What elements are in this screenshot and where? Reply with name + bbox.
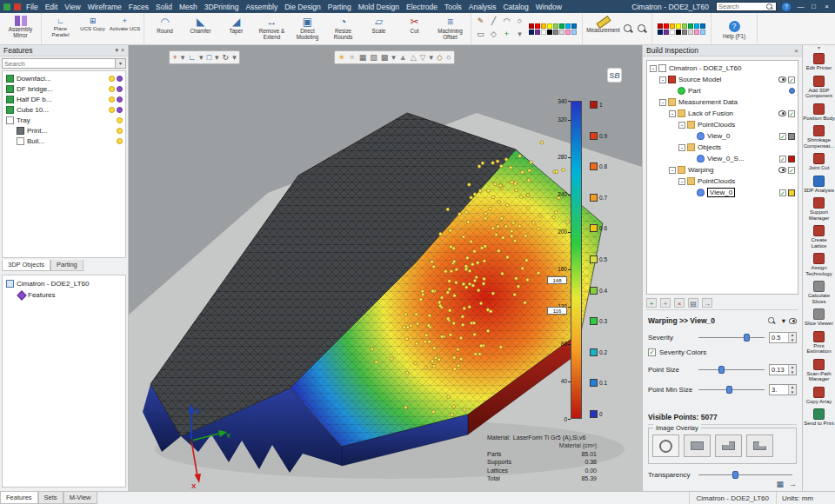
bulb-icon[interactable] bbox=[117, 117, 123, 123]
point-size-slider[interactable] bbox=[698, 365, 765, 375]
palette-color-10[interactable] bbox=[670, 30, 675, 35]
panel-close-icon[interactable]: × bbox=[121, 47, 124, 54]
left-tree-item-half-df-b[interactable]: Half DF b... bbox=[3, 94, 125, 104]
tab-parting[interactable]: Parting bbox=[50, 260, 84, 271]
palette-color-15[interactable] bbox=[700, 30, 705, 35]
bi-node-objects-7[interactable]: -Objects bbox=[647, 142, 798, 153]
palette-color-7[interactable] bbox=[571, 23, 577, 29]
chevron-down-icon[interactable]: ▾ bbox=[391, 51, 397, 63]
tool-assign-technology[interactable]: Assign Technology bbox=[803, 251, 835, 279]
checkbox-icon[interactable]: ✓ bbox=[779, 133, 786, 140]
palette-color-1[interactable] bbox=[535, 23, 540, 29]
palette-color-13[interactable] bbox=[559, 30, 564, 35]
palette-color-11[interactable] bbox=[676, 30, 681, 35]
mesh-mode-icon[interactable]: ▩ bbox=[379, 51, 390, 63]
bulb-on-icon[interactable]: ☀ bbox=[337, 51, 346, 63]
menu-edit[interactable]: Edit bbox=[42, 0, 62, 13]
chevron-down-icon[interactable]: ▾ bbox=[214, 51, 221, 63]
overlay-option-step[interactable] bbox=[715, 434, 742, 457]
bottom-tab-features[interactable]: Features bbox=[0, 492, 38, 504]
bulb-icon[interactable] bbox=[109, 76, 115, 82]
severity-chip[interactable] bbox=[590, 317, 598, 325]
palette-color-6[interactable] bbox=[694, 23, 699, 29]
bulb-off-icon[interactable]: ☀ bbox=[347, 51, 357, 63]
menu-parting[interactable]: Parting bbox=[324, 0, 355, 13]
chevron-up-icon[interactable]: ▾ bbox=[803, 45, 835, 51]
chevron-down-icon[interactable]: ▾ bbox=[179, 51, 186, 63]
bulb-icon[interactable] bbox=[109, 86, 115, 92]
tool-add-3dp-component[interactable]: Add 3DP Component bbox=[803, 74, 835, 102]
tool-edit-printer[interactable]: Edit Printer bbox=[803, 51, 835, 74]
points-icon[interactable]: ○ bbox=[444, 51, 451, 63]
menu-assembly[interactable]: Assembly bbox=[242, 0, 281, 13]
shaded-mode-icon[interactable]: ▦ bbox=[357, 51, 368, 63]
spin-down-icon[interactable]: ▼ bbox=[789, 338, 796, 343]
menu-catalog[interactable]: Catalog bbox=[499, 0, 531, 13]
palette-color-0[interactable] bbox=[529, 23, 534, 29]
bi-node-view-0-6[interactable]: View_0✓ bbox=[647, 130, 798, 142]
severity-chip[interactable] bbox=[590, 348, 598, 356]
palette-color-7[interactable] bbox=[700, 23, 705, 29]
sketch-tool-icon[interactable]: ◇ bbox=[488, 29, 499, 40]
color-swatch[interactable] bbox=[788, 156, 795, 162]
plane-icon[interactable]: □ bbox=[205, 51, 212, 63]
sketch-tool-icon[interactable]: ✎ bbox=[475, 16, 486, 27]
tool-create-lattice[interactable]: Create Lattice bbox=[803, 223, 835, 251]
palette-color-2[interactable] bbox=[541, 23, 546, 29]
severity-chip[interactable] bbox=[590, 410, 598, 418]
slider-thumb[interactable] bbox=[744, 334, 750, 342]
tool-position-body[interactable]: Position Body bbox=[803, 102, 835, 124]
measure-tool-icon[interactable]: + bbox=[646, 298, 657, 308]
feature-state-icon[interactable] bbox=[117, 107, 123, 113]
severity-chip[interactable] bbox=[590, 255, 598, 263]
color-swatch[interactable] bbox=[788, 133, 795, 140]
chevron-down-icon[interactable]: ▾ bbox=[231, 51, 238, 63]
palette-color-5[interactable] bbox=[688, 23, 693, 29]
tool-copy-array[interactable]: Copy Array bbox=[803, 385, 835, 408]
left-tree-item-df-bridge[interactable]: DF bridge... bbox=[3, 83, 125, 94]
ribbon-activate-ucs-button[interactable]: +Activate UCS bbox=[109, 14, 141, 43]
colorbar-handle[interactable]: 148 bbox=[547, 276, 567, 284]
palette-color-14[interactable] bbox=[694, 30, 699, 35]
severity-chip[interactable] bbox=[590, 287, 598, 295]
facet-icon[interactable]: ▲ bbox=[397, 51, 408, 63]
checkbox-icon[interactable]: ✓ bbox=[788, 167, 795, 174]
expander-icon[interactable]: - bbox=[678, 178, 685, 185]
expander-icon[interactable]: - bbox=[650, 65, 657, 72]
spin-down-icon[interactable]: ▼ bbox=[789, 390, 796, 395]
palette-color-13[interactable] bbox=[688, 30, 693, 35]
severity-chip[interactable] bbox=[590, 132, 598, 140]
sketch-tool-icon[interactable]: ▾ bbox=[514, 29, 525, 40]
severity-chip[interactable] bbox=[590, 101, 598, 109]
tool-scan-path-manager[interactable]: Scan-Path Manager bbox=[803, 357, 835, 385]
bi-node-measurement-data-3[interactable]: -Measurement Data bbox=[647, 96, 798, 108]
bulb-icon[interactable] bbox=[109, 107, 115, 113]
sketch-tool-icon[interactable]: + bbox=[501, 29, 512, 40]
spin-down-icon[interactable]: ▼ bbox=[789, 370, 796, 375]
severity-chip[interactable] bbox=[590, 379, 598, 387]
point-min-size-spinner[interactable]: 3. ▲▼ bbox=[769, 384, 797, 395]
ribbon-round-button[interactable]: ◠Round bbox=[147, 14, 183, 43]
chevron-down-icon[interactable]: ▾ bbox=[428, 51, 435, 63]
menu-analysis[interactable]: Analysis bbox=[465, 0, 500, 13]
ribbon-cut-button[interactable]: ✂Cut bbox=[397, 14, 432, 43]
pin-icon[interactable]: ▾ bbox=[115, 47, 118, 54]
feature-state-icon[interactable] bbox=[117, 86, 123, 92]
facet-outline-icon[interactable]: △ bbox=[409, 51, 418, 63]
left-tree-item-downfaci[interactable]: Downfaci... bbox=[3, 73, 125, 83]
menu-mold-design[interactable]: Mold Design bbox=[355, 0, 403, 13]
magnifier-icon[interactable] bbox=[766, 315, 776, 325]
overlay-option-block[interactable] bbox=[746, 434, 773, 457]
slider-thumb[interactable] bbox=[732, 471, 738, 479]
bi-node-pointclouds-5[interactable]: -PointClouds bbox=[647, 119, 798, 130]
bi-node-part-2[interactable]: Part bbox=[647, 85, 798, 96]
palette-color-12[interactable] bbox=[682, 30, 687, 35]
measure-tool-icon[interactable]: → bbox=[702, 298, 712, 308]
palette-color-14[interactable] bbox=[565, 30, 571, 35]
ribbon-machining-offset-button[interactable]: ≡Machining Offset bbox=[432, 14, 468, 43]
tool-send-to-print[interactable]: Send to Print bbox=[803, 407, 835, 429]
slider-thumb[interactable] bbox=[718, 366, 725, 374]
measure-tool-icon[interactable]: ▤ bbox=[688, 298, 698, 308]
left-tree-item-print[interactable]: Print... bbox=[3, 125, 125, 136]
eye-icon[interactable] bbox=[789, 318, 797, 324]
